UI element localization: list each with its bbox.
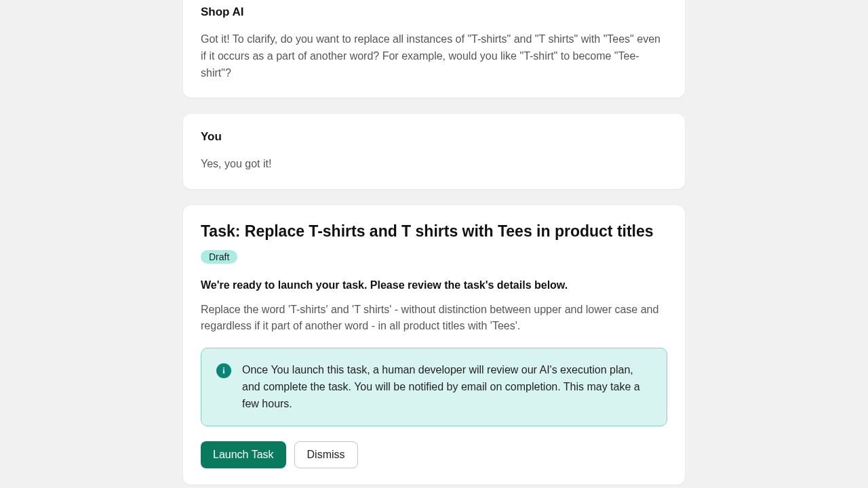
- ai-sender-label: Shop AI: [201, 5, 667, 19]
- info-box: i Once You launch this task, a human dev…: [201, 348, 667, 426]
- ai-message-card: Shop AI Got it! To clarify, do you want …: [183, 0, 685, 98]
- user-message-body: Yes, you got it!: [201, 156, 667, 173]
- button-row: Launch Task Dismiss: [201, 441, 667, 468]
- task-description: Replace the word 'T-shirts' and 'T shirt…: [201, 302, 667, 334]
- info-text: Once You launch this task, a human devel…: [242, 362, 652, 412]
- launch-task-button[interactable]: Launch Task: [201, 441, 286, 468]
- task-card: Task: Replace T-shirts and T shirts with…: [183, 205, 685, 485]
- ai-message-body: Got it! To clarify, do you want to repla…: [201, 31, 667, 81]
- status-badge: Draft: [201, 250, 237, 264]
- task-title: Task: Replace T-shirts and T shirts with…: [201, 222, 667, 242]
- info-icon: i: [216, 363, 231, 378]
- task-subtitle: We're ready to launch your task. Please …: [201, 277, 667, 293]
- user-message-card: You Yes, you got it!: [183, 114, 685, 189]
- user-sender-label: You: [201, 130, 667, 144]
- dismiss-button[interactable]: Dismiss: [294, 441, 358, 468]
- conversation-container: Shop AI Got it! To clarify, do you want …: [183, 0, 685, 488]
